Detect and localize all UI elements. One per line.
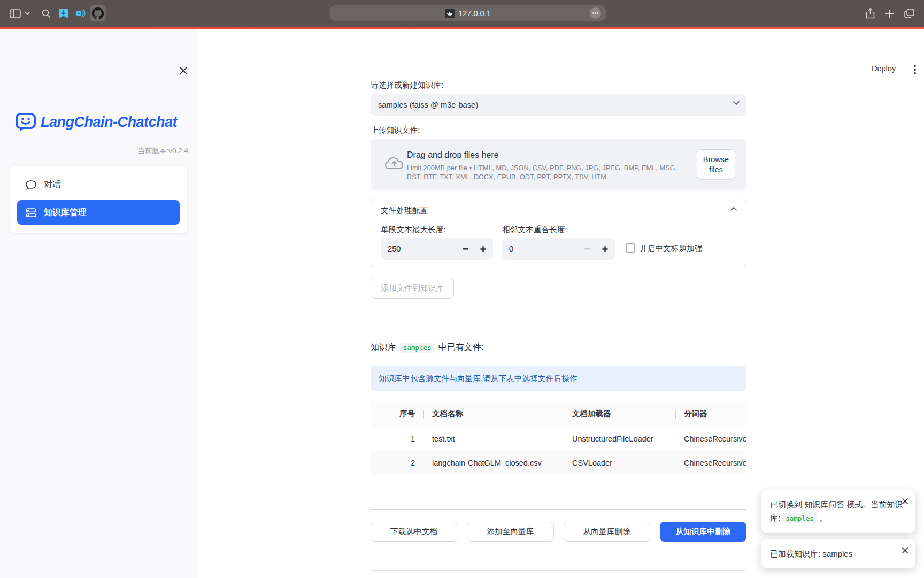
- sidebar-item-knowledge-base[interactable]: 知识库管理: [17, 200, 180, 225]
- chat-bubble-icon: [26, 180, 36, 190]
- zh-title-enhance-checkbox[interactable]: [626, 243, 635, 253]
- toast-close-icon[interactable]: [902, 498, 909, 505]
- dropzone-title: Drag and drop files here: [407, 150, 499, 160]
- url-bar[interactable]: 127.0.0.1: [330, 5, 606, 21]
- kb-select-value: samples (faiss @ m3e-base): [378, 101, 478, 109]
- plus-stepper-icon[interactable]: [476, 242, 489, 255]
- app-window: LangChain-Chatchat 当前版本:v0.2.4 对话 知识库管理 …: [0, 29, 924, 578]
- minus-stepper-icon[interactable]: [459, 242, 472, 255]
- info-banner: 知识库中包含源文件与向量库,请从下表中选择文件后操作: [371, 366, 746, 391]
- search-icon[interactable]: [40, 0, 52, 27]
- sidebar-toggle-icon[interactable]: [7, 0, 22, 27]
- toast-kb-loaded: 已加载知识库: samples: [761, 539, 915, 568]
- header-name[interactable]: 文档名称: [424, 401, 564, 427]
- table-row[interactable]: 2 langchain-ChatGLM_closed.csv CSVLoader…: [371, 451, 746, 475]
- column-separator: [424, 410, 424, 419]
- url-text: 127.0.0.1: [458, 9, 490, 18]
- column-separator: [675, 410, 676, 419]
- cloud-upload-icon: [384, 155, 404, 170]
- action-buttons: 下载选中文档 添加至向量库 从向量库删除 从知识库中删除: [371, 522, 746, 542]
- streamlit-favicon: [445, 9, 455, 18]
- tab-overview-icon[interactable]: [902, 0, 917, 27]
- divider: [371, 570, 746, 571]
- plus-stepper-icon[interactable]: [598, 242, 611, 255]
- github-tab-button[interactable]: [90, 5, 106, 21]
- app-logo: LangChain-Chatchat: [15, 112, 188, 132]
- delete-from-kb-button[interactable]: 从知识库中删除: [660, 522, 746, 542]
- header-splitter[interactable]: 分词器: [675, 401, 746, 427]
- sidebar-menu: 对话 知识库管理: [10, 166, 187, 233]
- version-text: 当前版本:v0.2.4: [0, 146, 188, 156]
- chevron-down-icon: [733, 101, 740, 105]
- page-settings-icon[interactable]: [590, 7, 601, 19]
- minus-stepper-icon[interactable]: [581, 242, 594, 255]
- dropzone-limit-text: Limit 200MB per file • HTML, MD, JSON, C…: [407, 164, 689, 181]
- download-selected-button[interactable]: 下载选中文档: [371, 522, 457, 542]
- sidebar-item-label: 知识库管理: [44, 207, 87, 218]
- chunk-size-input[interactable]: 250: [381, 238, 493, 260]
- sidebar-item-label: 对话: [44, 179, 61, 191]
- delete-from-vectorstore-button[interactable]: 从向量库删除: [564, 522, 650, 542]
- header-loader[interactable]: 文档加载器: [564, 401, 675, 427]
- browse-files-button[interactable]: Browse files: [697, 149, 735, 180]
- file-dropzone[interactable]: Drag and drop files here Limit 200MB per…: [371, 139, 746, 190]
- overlap-size-label: 相邻文本重合长度:: [502, 225, 567, 235]
- chevron-up-icon: [730, 207, 737, 211]
- browser-toolbar: 127.0.0.1: [0, 0, 924, 27]
- app-title: LangChain-Chatchat: [41, 114, 177, 131]
- zh-title-enhance-label[interactable]: 开启中文标题加强: [640, 244, 703, 254]
- new-tab-icon[interactable]: [882, 0, 897, 27]
- deploy-button[interactable]: Deploy: [872, 64, 896, 73]
- header-no[interactable]: 序号: [371, 401, 424, 427]
- share-icon[interactable]: [863, 0, 877, 27]
- chat-logo-icon: [15, 112, 36, 132]
- add-files-button[interactable]: 添加文件到知识库: [371, 278, 454, 299]
- chevron-down-icon[interactable]: [22, 0, 32, 27]
- divider: [371, 323, 746, 323]
- kb-selectbox[interactable]: samples (faiss @ m3e-base): [371, 94, 746, 116]
- extension-radar-icon[interactable]: [73, 0, 86, 27]
- sidebar-item-dialogue[interactable]: 对话: [17, 172, 180, 197]
- table-header-row: 序号 文档名称 文档加载器 分词器: [371, 401, 746, 427]
- table-row[interactable]: 1 test.txt UnstructuredFileLoader Chines…: [371, 427, 746, 451]
- file-config-expander: 文件处理配置 单段文本最大长度: 250 相邻文本重合长度: 0: [371, 199, 746, 268]
- toast-close-icon[interactable]: [902, 547, 909, 554]
- database-stack-icon: [26, 208, 36, 217]
- kb-name-code: samples: [400, 343, 435, 353]
- sidebar: LangChain-Chatchat 当前版本:v0.2.4 对话 知识库管理: [0, 29, 197, 578]
- expander-header[interactable]: 文件处理配置: [371, 199, 746, 222]
- toast-mode-switched: 已切换到 知识库问答 模式。当前知识库:samples。: [761, 490, 915, 533]
- upload-label: 上传知识文件:: [371, 125, 420, 135]
- add-to-vectorstore-button[interactable]: 添加至向量库: [467, 522, 553, 542]
- files-table[interactable]: 序号 文档名称 文档加载器 分词器 1 test.txt Unstructure…: [371, 401, 746, 510]
- kb-select-label: 请选择或新建知识库:: [371, 80, 443, 90]
- kb-files-heading: 知识库 samples 中已有文件:: [371, 342, 483, 353]
- chunk-size-label: 单段文本最大长度:: [381, 225, 446, 235]
- extension-bookmark-icon[interactable]: [57, 0, 70, 27]
- main-menu-kebab-icon[interactable]: [908, 63, 922, 77]
- sidebar-close-icon[interactable]: [179, 66, 188, 75]
- overlap-size-input[interactable]: 0: [502, 238, 615, 260]
- toast-kb-code: samples: [782, 513, 817, 523]
- column-separator: [564, 410, 564, 419]
